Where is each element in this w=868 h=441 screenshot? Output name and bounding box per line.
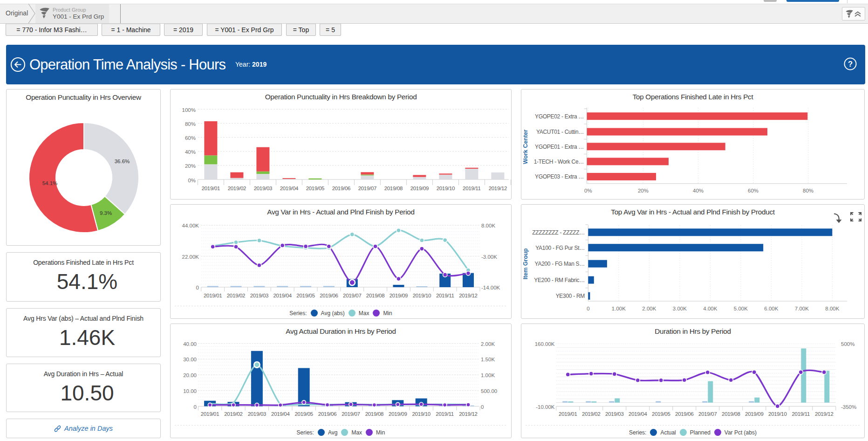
svg-text:YACUT01 - Cuttin…: YACUT01 - Cuttin… [536, 129, 584, 135]
svg-text:500.00: 500.00 [481, 388, 497, 394]
svg-text:30.00: 30.00 [183, 357, 197, 362]
svg-text:YE300 - RM: YE300 - RM [556, 293, 585, 299]
svg-text:-350%: -350% [841, 404, 856, 410]
svg-text:7.00K: 7.00K [795, 306, 809, 311]
svg-text:5.00K: 5.00K [734, 306, 748, 311]
svg-text:-10.00K: -10.00K [536, 404, 555, 410]
svg-text:60%: 60% [185, 135, 196, 141]
svg-text:YA100 - FG Pur St…: YA100 - FG Pur St… [535, 245, 585, 251]
svg-text:6.00K: 6.00K [764, 306, 778, 311]
svg-text:2019/09: 2019/09 [390, 293, 408, 298]
svg-text:2019/11: 2019/11 [792, 411, 810, 417]
svg-text:2019/11: 2019/11 [463, 186, 481, 191]
svg-text:2.00K: 2.00K [642, 306, 656, 311]
svg-text:3.00K: 3.00K [673, 306, 687, 311]
svg-text:Work Center: Work Center [522, 130, 529, 164]
svg-text:2019/06: 2019/06 [318, 411, 336, 417]
svg-text:40%: 40% [185, 149, 196, 155]
svg-text:-14.00K: -14.00K [481, 285, 500, 290]
svg-text:2019/08: 2019/08 [722, 411, 740, 417]
svg-text:40%: 40% [693, 188, 704, 193]
svg-text:2019/04: 2019/04 [271, 411, 290, 417]
svg-text:2019/10: 2019/10 [437, 186, 455, 191]
svg-text:80%: 80% [803, 188, 813, 193]
svg-text:0%: 0% [584, 188, 592, 193]
svg-text:2019/06: 2019/06 [675, 411, 693, 417]
svg-text:YE200 - RM Fabric…: YE200 - RM Fabric… [534, 277, 585, 283]
svg-text:2019/09: 2019/09 [410, 186, 429, 191]
svg-text:2019/03: 2019/03 [254, 186, 272, 191]
svg-text:44.00K: 44.00K [182, 223, 199, 228]
svg-text:0: 0 [194, 404, 197, 410]
svg-text:2019/12: 2019/12 [459, 293, 477, 298]
svg-text:1.50K: 1.50K [481, 357, 495, 362]
svg-text:Item Group: Item Group [522, 248, 529, 279]
svg-text:20%: 20% [185, 163, 196, 169]
svg-text:2019/04: 2019/04 [273, 293, 292, 298]
svg-text:2019/10: 2019/10 [412, 411, 430, 417]
svg-text:2019/05: 2019/05 [652, 411, 670, 417]
svg-text:4.00K: 4.00K [703, 306, 717, 311]
svg-text:80%: 80% [185, 121, 196, 127]
svg-text:100%: 100% [182, 107, 196, 113]
svg-text:36.6%: 36.6% [115, 158, 130, 164]
svg-text:2019/09: 2019/09 [745, 411, 763, 417]
svg-text:2019/01: 2019/01 [204, 293, 222, 298]
svg-text:0%: 0% [188, 178, 196, 183]
svg-text:2.00K: 2.00K [481, 341, 495, 347]
svg-text:160.00K: 160.00K [535, 341, 555, 347]
svg-text:2019/02: 2019/02 [228, 186, 246, 191]
svg-text:40.00: 40.00 [183, 341, 197, 347]
svg-text:2019/02: 2019/02 [224, 411, 242, 417]
svg-text:2019/03: 2019/03 [250, 293, 268, 298]
svg-text:2019/12: 2019/12 [815, 411, 833, 417]
svg-text:2019/02: 2019/02 [582, 411, 600, 417]
svg-text:2019/11: 2019/11 [436, 411, 454, 417]
svg-text:YGOPE01 - Extra …: YGOPE01 - Extra … [535, 144, 584, 150]
svg-text:1-TECH - Work Ce…: 1-TECH - Work Ce… [534, 158, 584, 165]
svg-text:60%: 60% [748, 188, 759, 193]
svg-text:1.00K: 1.00K [481, 372, 495, 378]
svg-text:2019/01: 2019/01 [559, 411, 577, 417]
svg-text:500%: 500% [841, 341, 854, 347]
svg-text:2019/11: 2019/11 [436, 293, 454, 298]
svg-text:54.1%: 54.1% [42, 180, 58, 186]
svg-text:2019/10: 2019/10 [413, 293, 431, 298]
svg-text:20.00: 20.00 [183, 372, 197, 378]
svg-text:2019/06: 2019/06 [332, 186, 350, 191]
svg-text:2019/07: 2019/07 [358, 186, 376, 191]
svg-text:2019/04: 2019/04 [629, 411, 647, 417]
svg-text:2019/12: 2019/12 [489, 186, 507, 191]
svg-text:2019/06: 2019/06 [320, 293, 338, 298]
svg-text:2019/07: 2019/07 [343, 293, 361, 298]
svg-text:2019/01: 2019/01 [202, 186, 220, 191]
svg-text:2019/10: 2019/10 [768, 411, 786, 417]
svg-text:22.00K: 22.00K [182, 254, 199, 260]
svg-text:YGOPE03 - Extra …: YGOPE03 - Extra … [535, 173, 584, 180]
svg-text:ZZZZZZZZ - ZZZZZ…: ZZZZZZZZ - ZZZZZ… [532, 229, 585, 236]
svg-text:2019/05: 2019/05 [296, 293, 314, 298]
svg-text:9.3%: 9.3% [100, 210, 112, 216]
svg-text:1.00K: 1.00K [612, 306, 626, 311]
svg-text:2019/08: 2019/08 [365, 411, 383, 417]
svg-text:2019/04: 2019/04 [280, 186, 299, 191]
svg-text:2019/01: 2019/01 [201, 411, 219, 417]
svg-text:0: 0 [481, 404, 484, 410]
svg-text:2019/03: 2019/03 [248, 411, 266, 417]
svg-text:2019/02: 2019/02 [227, 293, 245, 298]
svg-text:8.00K: 8.00K [825, 306, 839, 311]
svg-text:?: ? [848, 60, 853, 68]
svg-text:2019/08: 2019/08 [384, 186, 403, 191]
svg-text:YA200 - FG Man S…: YA200 - FG Man S… [535, 261, 585, 267]
svg-text:2019/05: 2019/05 [294, 411, 313, 417]
svg-text:2019/03: 2019/03 [605, 411, 623, 417]
svg-text:10.00: 10.00 [183, 388, 197, 394]
svg-text:0: 0 [587, 306, 589, 311]
svg-text:8.00K: 8.00K [481, 223, 495, 228]
svg-text:2019/07: 2019/07 [698, 411, 717, 417]
svg-text:2019/09: 2019/09 [389, 411, 407, 417]
svg-text:YGOPE02 - Extra …: YGOPE02 - Extra … [535, 113, 584, 120]
svg-text:2019/08: 2019/08 [366, 293, 384, 298]
svg-text:2019/07: 2019/07 [342, 411, 360, 417]
svg-text:2019/12: 2019/12 [459, 411, 477, 417]
